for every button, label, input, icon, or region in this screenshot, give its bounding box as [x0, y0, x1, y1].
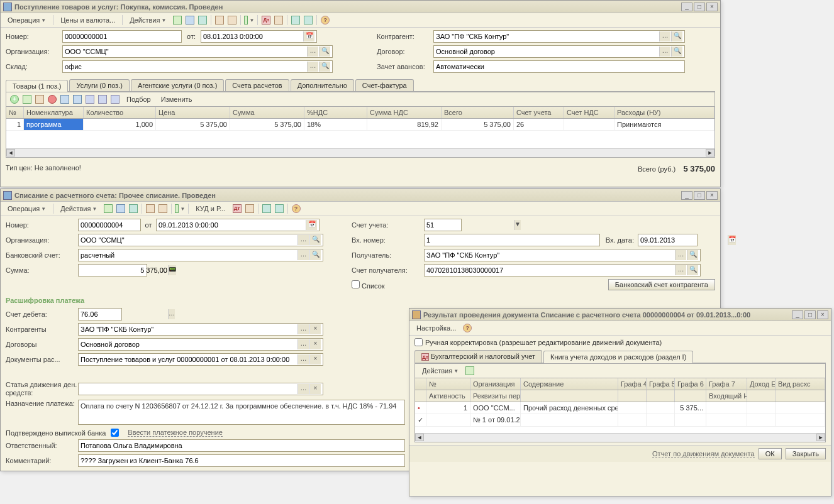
table-row[interactable]: 1 программа 1,000 5 375,00 5 375,00 18% … [6, 119, 714, 131]
select-icon[interactable]: … [297, 339, 309, 349]
tab-kudir[interactable]: Книга учета доходов и расходов (раздел I… [543, 351, 693, 363]
stat-input[interactable]: …× [78, 383, 323, 395]
org-input[interactable]: …🔍 [62, 45, 333, 58]
org-input[interactable]: …🔍 [78, 234, 323, 246]
add-icon[interactable] [214, 14, 225, 26]
goto-icon[interactable]: ▼ [174, 203, 186, 214]
list-icon[interactable] [115, 203, 126, 214]
debit-input[interactable]: … [78, 308, 122, 320]
search-icon[interactable]: 🔍 [687, 250, 698, 260]
col-g5[interactable]: Графа 5 [647, 378, 675, 390]
col-acctnds[interactable]: Счет НДС [564, 107, 614, 118]
table-row[interactable]: • 1 ООО "ССМ... Прочий расход денежных с… [415, 402, 825, 414]
refresh-icon[interactable] [103, 203, 114, 214]
select-icon[interactable]: … [297, 250, 309, 260]
structure-icon[interactable] [244, 203, 255, 214]
select-icon[interactable]: … [297, 235, 309, 245]
help-icon[interactable]: ? [462, 322, 473, 334]
ok-button[interactable]: ОК [759, 448, 782, 459]
zachet-input[interactable] [433, 60, 685, 73]
col-qty[interactable]: Количество [84, 107, 156, 118]
titlebar[interactable]: Списание с расчетного счета: Прочее спис… [1, 189, 720, 202]
bankacct-button[interactable]: Банковский счет контрагента [608, 279, 715, 290]
dtkt-icon[interactable]: Дт [260, 14, 272, 26]
settings-button[interactable]: Настройка... [412, 322, 460, 334]
titlebar[interactable]: Поступление товаров и услуг: Покупка, ко… [1, 1, 720, 13]
col-n[interactable]: № [6, 107, 24, 118]
select-icon[interactable]: … [307, 62, 318, 72]
report-icon[interactable] [197, 14, 208, 26]
col-acct[interactable]: Счет учета [514, 107, 564, 118]
minimize-button[interactable]: _ [681, 191, 692, 200]
save-icon[interactable] [226, 14, 238, 26]
search-icon[interactable]: 🔍 [319, 47, 330, 57]
tab-buh[interactable]: ДтБухгалтерский и налоговый учет [414, 350, 542, 363]
actions-menu[interactable]: Действия▼ [418, 365, 463, 376]
select-icon[interactable]: … [297, 384, 309, 394]
col-price[interactable]: Цена [156, 107, 230, 118]
select-icon[interactable]: … [659, 47, 670, 57]
columns-icon[interactable] [261, 203, 272, 214]
col-envd[interactable]: Доход ЕНВД [747, 378, 776, 390]
close-button[interactable]: × [706, 3, 718, 11]
actions-menu[interactable]: Действия▼ [56, 203, 101, 214]
col-sum[interactable]: Сумма [230, 107, 304, 118]
select-icon[interactable]: … [168, 309, 175, 319]
tab-extra[interactable]: Дополнительно [291, 79, 354, 91]
col-n[interactable]: № [426, 378, 470, 390]
goods-grid[interactable]: № Номенклатура Количество Цена Сумма %НД… [6, 106, 715, 158]
results-grid[interactable]: № Организация Содержание Графа 4 Графа 5… [414, 378, 826, 442]
select-icon[interactable]: … [675, 265, 686, 275]
purpose-input[interactable]: Оплата по счету N 1203656807 от 24.12.12… [78, 400, 405, 425]
izm-button[interactable]: Изменить [157, 94, 197, 105]
calendar-icon[interactable]: 📅 [728, 235, 736, 245]
minimize-button[interactable]: _ [792, 310, 803, 319]
list-icon[interactable] [184, 14, 196, 26]
tab-agent[interactable]: Агентские услуги (0 поз.) [131, 79, 224, 91]
prices-button[interactable]: Цены и валюта... [56, 14, 120, 26]
resp-input[interactable] [78, 439, 405, 452]
col-sumnds[interactable]: Сумма НДС [367, 107, 442, 118]
sort-icon[interactable] [84, 94, 96, 105]
add-row-icon[interactable]: + [9, 94, 20, 105]
col-rash[interactable]: Расходы (НУ) [614, 107, 714, 118]
select-icon[interactable]: … [297, 354, 309, 364]
close-button[interactable]: × [706, 191, 718, 200]
report-link[interactable]: Отчет по движениям документа [652, 450, 755, 458]
kontr-input[interactable]: …× [78, 323, 323, 336]
refresh-icon[interactable] [464, 365, 475, 376]
close-button[interactable]: Закрыть [786, 448, 826, 459]
kud-button[interactable]: КУД и Р... [191, 203, 230, 214]
clear-icon[interactable]: × [309, 339, 321, 349]
schet-input[interactable]: ▼ [424, 219, 462, 231]
search-icon[interactable]: 🔍 [319, 62, 330, 72]
search-icon[interactable]: 🔍 [309, 235, 321, 245]
sum-input[interactable]: 📟 [78, 264, 147, 277]
vndate-input[interactable]: 📅 [638, 234, 698, 246]
make-order-link[interactable]: Ввести платежное поручение [128, 429, 223, 437]
copy-row-icon[interactable] [21, 94, 33, 105]
kontr-input[interactable]: …🔍 [433, 30, 685, 43]
close-button[interactable]: × [817, 310, 828, 319]
search-icon[interactable]: 🔍 [671, 47, 682, 57]
number-input[interactable] [62, 30, 182, 43]
recv-input[interactable]: …🔍 [424, 249, 701, 261]
docs-input[interactable]: …× [78, 353, 323, 366]
titlebar[interactable]: Результат проведения документа Списание … [409, 309, 831, 321]
col-g6[interactable]: Графа 6 [675, 378, 706, 390]
select-icon[interactable]: … [297, 324, 309, 334]
up-icon[interactable] [59, 94, 70, 105]
col-nom[interactable]: Номенклатура [24, 107, 84, 118]
grid-icon[interactable] [303, 14, 314, 26]
add-icon[interactable] [145, 203, 156, 214]
dog-input[interactable]: …🔍 [433, 45, 685, 58]
col-g7[interactable]: Графа 7 [706, 378, 747, 390]
clear-icon[interactable]: × [309, 354, 321, 364]
grid-icon[interactable] [274, 203, 285, 214]
sort2-icon[interactable] [97, 94, 108, 105]
actions-menu[interactable]: Действия▼ [125, 14, 170, 26]
tab-goods[interactable]: Товары (1 поз.) [6, 80, 68, 92]
help-icon[interactable]: ? [291, 203, 302, 214]
search-icon[interactable]: 🔍 [309, 250, 321, 260]
tab-services[interactable]: Услуги (0 поз.) [69, 79, 129, 91]
